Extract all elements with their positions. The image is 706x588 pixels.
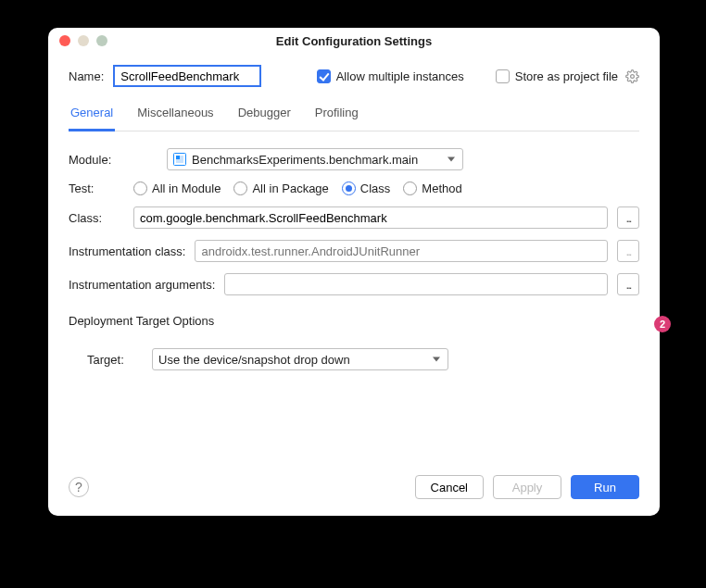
instr-class-browse-button: ... <box>617 240 639 262</box>
radio-all-in-package-label: All in Package <box>252 181 328 195</box>
instr-args-input[interactable] <box>224 273 608 295</box>
notification-badge[interactable]: 2 <box>654 316 671 332</box>
name-input[interactable] <box>113 65 261 87</box>
radio-class-label: Class <box>360 181 391 195</box>
apply-button[interactable]: Apply <box>493 475 561 499</box>
radio-all-in-module[interactable]: All in Module <box>133 181 221 195</box>
target-label: Target: <box>87 353 143 367</box>
name-label: Name: <box>69 69 104 83</box>
window-title: Edit Configuration Settings <box>276 34 432 48</box>
allow-multiple-checkbox[interactable] <box>317 69 331 83</box>
window-controls <box>59 35 107 46</box>
store-as-project-label[interactable]: Store as project file <box>515 69 618 83</box>
close-window-icon[interactable] <box>59 35 70 46</box>
store-as-project-checkbox[interactable] <box>496 69 510 83</box>
tab-profiling[interactable]: Profiling <box>313 102 360 131</box>
class-input[interactable] <box>133 206 608 229</box>
help-button[interactable]: ? <box>69 477 89 497</box>
titlebar: Edit Configuration Settings <box>48 28 660 54</box>
radio-method[interactable]: Method <box>403 181 461 195</box>
svg-rect-3 <box>176 156 180 159</box>
radio-method-input[interactable] <box>403 181 417 195</box>
test-row: Test: All in Module All in Package Class <box>69 181 639 195</box>
tab-general[interactable]: General <box>69 102 115 131</box>
instrumentation-class-row: Instrumentation class: ... <box>69 240 639 262</box>
module-row: Module: BenchmarksExperiments.benchmark.… <box>69 148 639 170</box>
footer: ? Cancel Apply Run <box>48 464 660 516</box>
form: Module: BenchmarksExperiments.benchmark.… <box>69 148 639 370</box>
instr-class-input <box>195 240 608 262</box>
minimize-window-icon[interactable] <box>78 35 89 46</box>
tabs: General Miscellaneous Debugger Profiling <box>69 102 639 131</box>
radio-all-in-module-input[interactable] <box>133 181 147 195</box>
module-icon <box>173 153 186 166</box>
instr-class-label: Instrumentation class: <box>69 244 185 258</box>
tab-miscellaneous[interactable]: Miscellaneous <box>135 102 215 131</box>
radio-method-label: Method <box>422 181 461 195</box>
class-label: Class: <box>69 211 124 225</box>
target-row: Target: Use the device/snapshot drop dow… <box>87 348 639 370</box>
radio-class-input[interactable] <box>342 181 356 195</box>
instr-args-browse-button[interactable]: ... <box>617 273 639 295</box>
allow-multiple-label[interactable]: Allow multiple instances <box>336 69 464 83</box>
content-area: Name: Allow multiple instances Store as … <box>48 54 660 464</box>
instr-args-label: Instrumentation arguments: <box>69 278 215 292</box>
test-radio-group: All in Module All in Package Class Metho… <box>133 181 462 195</box>
radio-class[interactable]: Class <box>342 181 391 195</box>
radio-all-in-package[interactable]: All in Package <box>233 181 328 195</box>
cancel-button[interactable]: Cancel <box>415 475 484 499</box>
module-label: Module: <box>69 153 124 167</box>
module-value: BenchmarksExperiments.benchmark.main <box>192 153 418 167</box>
class-row: Class: ... <box>69 206 639 229</box>
radio-all-in-package-input[interactable] <box>233 181 247 195</box>
dialog-window: Edit Configuration Settings Name: Allow … <box>48 28 660 516</box>
tab-debugger[interactable]: Debugger <box>236 102 293 131</box>
deployment-section-title: Deployment Target Options <box>69 314 639 328</box>
name-row: Name: Allow multiple instances Store as … <box>69 65 639 87</box>
test-label: Test: <box>69 181 124 195</box>
instrumentation-args-row: Instrumentation arguments: ... <box>69 273 639 295</box>
radio-all-in-module-label: All in Module <box>152 181 221 195</box>
svg-point-0 <box>631 74 635 78</box>
zoom-window-icon[interactable] <box>96 35 107 46</box>
target-value: Use the device/snapshot drop down <box>158 353 350 367</box>
gear-icon[interactable] <box>625 69 639 83</box>
target-dropdown[interactable]: Use the device/snapshot drop down <box>152 348 448 370</box>
module-dropdown[interactable]: BenchmarksExperiments.benchmark.main <box>167 148 463 170</box>
run-button[interactable]: Run <box>571 475 639 499</box>
store-as-project-group: Store as project file <box>496 69 639 83</box>
allow-multiple-group: Allow multiple instances <box>317 69 464 83</box>
class-browse-button[interactable]: ... <box>617 206 639 229</box>
